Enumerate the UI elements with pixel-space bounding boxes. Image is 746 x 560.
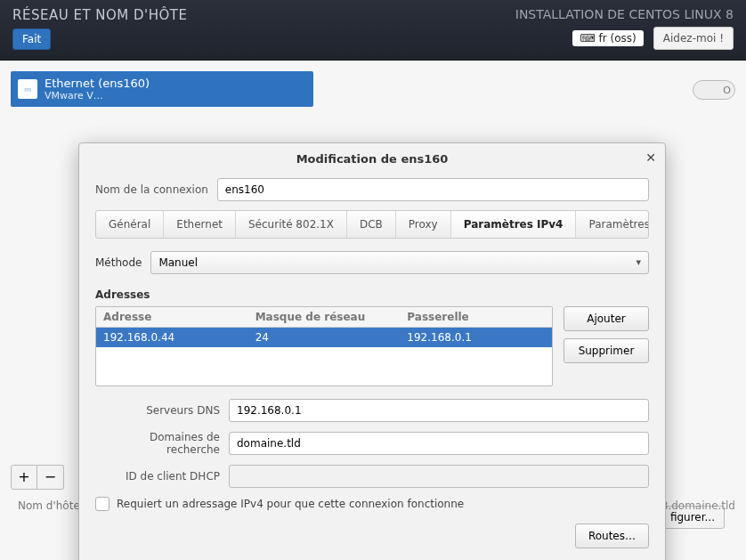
tab-ipv4[interactable]: Paramètres IPv4 xyxy=(451,211,577,238)
keyboard-icon: ⌨ xyxy=(580,32,595,45)
dhcp-client-id-input[interactable] xyxy=(229,465,649,488)
table-row[interactable]: 192.168.0.44 24 192.168.0.1 xyxy=(96,328,552,347)
tab-proxy[interactable]: Proxy xyxy=(396,211,451,238)
dns-servers-label: Serveurs DNS xyxy=(95,404,220,417)
col-address: Adresse xyxy=(96,307,248,327)
tab-security-8021x[interactable]: Sécurité 802.1X xyxy=(236,211,347,238)
hostname-label: Nom d'hôte : xyxy=(18,499,87,512)
addresses-table[interactable]: Adresse Masque de réseau Passerelle 192.… xyxy=(95,306,553,386)
interface-enable-toggle[interactable]: O xyxy=(693,80,735,100)
network-interface-subtitle: VMware V… xyxy=(45,90,150,101)
addresses-section-label: Adresses xyxy=(95,288,649,301)
method-label: Méthode xyxy=(95,256,142,269)
ethernet-icon: ⎓ xyxy=(18,79,37,99)
cell-netmask: 24 xyxy=(248,328,401,347)
keyboard-layout-indicator[interactable]: ⌨ fr (oss) xyxy=(572,30,644,46)
connection-name-label: Nom de la connexion xyxy=(95,183,208,196)
dns-servers-input[interactable] xyxy=(229,399,649,422)
dialog-title: Modification de ens160 xyxy=(296,152,449,166)
install-title: INSTALLATION DE CENTOS LINUX 8 xyxy=(515,7,734,21)
require-ipv4-label: Requiert un adressage IPv4 pour que cett… xyxy=(117,498,464,510)
toggle-off-label: O xyxy=(723,85,731,96)
search-domains-label: Domaines de recherche xyxy=(95,431,220,456)
cell-address: 192.168.0.44 xyxy=(96,328,248,347)
col-netmask: Masque de réseau xyxy=(248,307,401,327)
network-interface-title: Ethernet (ens160) xyxy=(45,77,150,90)
method-value: Manuel xyxy=(158,256,198,269)
tab-general[interactable]: Général xyxy=(96,211,164,238)
tab-dcb[interactable]: DCB xyxy=(347,211,396,238)
col-gateway: Passerelle xyxy=(400,307,552,327)
search-domains-input[interactable] xyxy=(229,432,649,455)
dialog-tabs: Général Ethernet Sécurité 802.1X DCB Pro… xyxy=(95,210,649,239)
tab-ethernet[interactable]: Ethernet xyxy=(164,211,236,238)
close-icon[interactable]: ✕ xyxy=(645,150,656,165)
require-ipv4-checkbox[interactable] xyxy=(95,497,109,511)
done-button[interactable]: Fait xyxy=(12,28,51,50)
cell-gateway: 192.168.0.1 xyxy=(400,328,552,347)
keyboard-layout-label: fr (oss) xyxy=(599,32,637,45)
page-title: RÉSEAU ET NOM D'HÔTE xyxy=(12,7,515,23)
routes-button[interactable]: Routes… xyxy=(575,523,649,548)
dhcp-client-id-label: ID de client DHCP xyxy=(95,470,220,483)
help-button[interactable]: Aidez-moi ! xyxy=(653,27,734,50)
method-select[interactable]: Manuel xyxy=(150,251,649,274)
tab-ipv6[interactable]: Paramètres IPv6 xyxy=(576,211,649,238)
add-address-button[interactable]: Ajouter xyxy=(564,306,649,331)
add-interface-button[interactable]: + xyxy=(11,465,37,490)
edit-connection-dialog: Modification de ens160 ✕ Nom de la conne… xyxy=(78,142,666,560)
delete-address-button[interactable]: Supprimer xyxy=(564,338,649,363)
top-bar: RÉSEAU ET NOM D'HÔTE Fait INSTALLATION D… xyxy=(0,0,746,61)
connection-name-input[interactable] xyxy=(217,178,649,201)
remove-interface-button[interactable]: − xyxy=(37,465,64,490)
